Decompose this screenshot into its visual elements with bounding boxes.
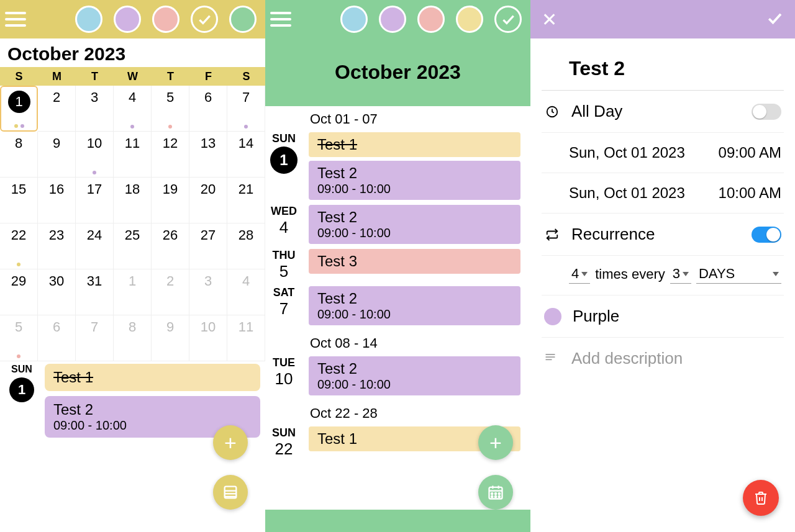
calendar-cell[interactable]: 8 <box>0 132 38 178</box>
calendar-cell[interactable]: 5 <box>152 86 189 132</box>
calendar-cell[interactable]: 2 <box>152 269 189 315</box>
calendar-cell[interactable]: 6 <box>38 315 76 361</box>
calendar-cell[interactable]: 5 <box>0 315 38 361</box>
filter-dot-green[interactable] <box>229 6 257 33</box>
calendar-cell[interactable]: 10 <box>76 132 114 178</box>
calendar-cell[interactable]: 19 <box>152 178 189 223</box>
list-view-header <box>265 0 530 38</box>
calendar-cell[interactable]: 11 <box>114 132 152 178</box>
color-row[interactable]: Purple <box>542 295 784 338</box>
calendar-cell[interactable]: 31 <box>76 269 114 315</box>
detail-weekday: SUN <box>5 364 39 375</box>
recurrence-toggle[interactable] <box>752 227 781 243</box>
calendar-cell[interactable]: 21 <box>227 178 265 223</box>
filter-dot-pink[interactable] <box>152 6 179 33</box>
add-event-fab[interactable]: + <box>213 425 248 460</box>
calendar-cell[interactable]: 7 <box>227 86 265 132</box>
calendar-cell[interactable]: 9 <box>38 132 76 178</box>
calendar-cell[interactable]: 25 <box>114 223 152 269</box>
calendar-cell[interactable]: 18 <box>114 178 152 223</box>
description-icon <box>544 349 560 368</box>
svg-rect-16 <box>546 356 555 358</box>
all-day-toggle[interactable] <box>752 104 781 120</box>
calendar-cell[interactable]: 22 <box>0 223 38 269</box>
filter-dot-purple[interactable] <box>379 6 406 33</box>
start-datetime-row[interactable]: Sun, Oct 01 2023 09:00 AM <box>542 133 784 173</box>
calendar-cell[interactable]: 7 <box>76 315 114 361</box>
filter-dot-purple[interactable] <box>114 6 141 33</box>
close-icon[interactable]: ✕ <box>542 9 557 30</box>
filter-dot-selected[interactable] <box>191 6 218 33</box>
recur-interval-dropdown[interactable]: 3 <box>670 264 691 284</box>
end-time[interactable]: 10:00 AM <box>719 184 781 202</box>
calendar-cell[interactable]: 24 <box>76 223 114 269</box>
list-day-label: THU5 <box>265 249 302 281</box>
week-range-label: Oct 01 - 07 <box>265 106 520 132</box>
svg-rect-17 <box>546 359 552 361</box>
end-date[interactable]: Sun, Oct 01 2023 <box>569 184 707 202</box>
calendar-cell[interactable]: 20 <box>189 178 227 223</box>
start-time[interactable]: 09:00 AM <box>719 144 781 161</box>
calendar-cell[interactable]: 3 <box>189 269 227 315</box>
calendar-cell[interactable]: 26 <box>152 223 189 269</box>
event-card[interactable]: Test 209:00 - 10:00 <box>309 286 520 325</box>
calendar-cell[interactable]: 15 <box>0 178 38 223</box>
next-month-peek[interactable] <box>265 510 530 532</box>
end-datetime-row[interactable]: Sun, Oct 01 2023 10:00 AM <box>542 173 784 214</box>
calendar-cell[interactable]: 1 <box>0 86 38 132</box>
calendar-cell[interactable]: 17 <box>76 178 114 223</box>
calendar-cell[interactable]: 3 <box>76 86 114 132</box>
event-card[interactable]: Test 209:00 - 10:00 <box>309 161 520 200</box>
month-title[interactable]: October 2023 <box>0 38 265 67</box>
calendar-cell[interactable]: 12 <box>152 132 189 178</box>
chevron-down-icon <box>683 272 689 276</box>
month-banner[interactable]: October 2023 <box>265 38 530 106</box>
event-card[interactable]: Test 3 <box>309 249 520 274</box>
confirm-icon[interactable] <box>765 9 784 30</box>
delete-event-fab[interactable] <box>743 480 779 516</box>
calendar-cell[interactable]: 1 <box>114 269 152 315</box>
calendar-cell[interactable]: 27 <box>189 223 227 269</box>
filter-dot-pink[interactable] <box>417 6 445 33</box>
calendar-cell[interactable]: 29 <box>0 269 38 315</box>
calendar-cell[interactable]: 11 <box>227 315 265 361</box>
menu-icon[interactable] <box>270 12 291 27</box>
view-toggle-fab[interactable] <box>478 475 513 510</box>
event-title-field[interactable]: Test 2 <box>542 52 784 91</box>
filter-dot-selected[interactable] <box>494 6 522 33</box>
calendar-cell[interactable]: 13 <box>189 132 227 178</box>
recur-count-value: 4 <box>571 266 579 282</box>
calendar-cell[interactable]: 28 <box>227 223 265 269</box>
list-day-label: SUN1 <box>265 132 302 174</box>
event-card[interactable]: Test 209:00 - 10:00 <box>309 205 520 244</box>
calendar-cell[interactable]: 4 <box>227 269 265 315</box>
event-edit-header: ✕ <box>530 0 795 38</box>
menu-icon[interactable] <box>5 12 26 27</box>
calendar-cell[interactable]: 2 <box>38 86 76 132</box>
month-view-header <box>0 0 265 38</box>
add-event-fab[interactable]: + <box>478 425 513 460</box>
filter-dot-blue[interactable] <box>75 6 102 33</box>
weekday-header: SMTWTFS <box>0 67 265 86</box>
calendar-cell[interactable]: 9 <box>152 315 189 361</box>
event-card[interactable]: Test 209:00 - 10:00 <box>309 356 520 395</box>
list-day-row: SUN1Test 1Test 209:00 - 10:00 <box>265 132 520 200</box>
filter-dot-yellow[interactable] <box>456 6 483 33</box>
recur-unit-dropdown[interactable]: DAYS <box>696 264 781 284</box>
calendar-cell[interactable]: 23 <box>38 223 76 269</box>
calendar-cell[interactable]: 8 <box>114 315 152 361</box>
event-card[interactable]: Test 1 <box>309 132 520 157</box>
description-row[interactable]: Add description <box>542 338 784 379</box>
weekday-cell: S <box>0 70 38 83</box>
event-card[interactable]: Test 1 <box>45 364 260 391</box>
view-toggle-fab[interactable] <box>213 475 248 510</box>
recur-count-dropdown[interactable]: 4 <box>569 264 590 284</box>
calendar-cell[interactable]: 30 <box>38 269 76 315</box>
start-date[interactable]: Sun, Oct 01 2023 <box>569 144 707 161</box>
filter-dot-blue[interactable] <box>340 6 368 33</box>
calendar-cell[interactable]: 14 <box>227 132 265 178</box>
calendar-cell[interactable]: 6 <box>189 86 227 132</box>
calendar-cell[interactable]: 16 <box>38 178 76 223</box>
calendar-cell[interactable]: 10 <box>189 315 227 361</box>
calendar-cell[interactable]: 4 <box>114 86 152 132</box>
